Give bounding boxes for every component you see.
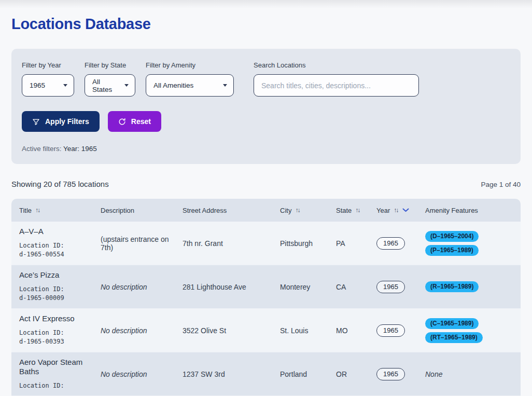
- location-city: Portland: [280, 370, 336, 378]
- amenity-select[interactable]: All Amenities: [146, 74, 234, 97]
- showing-count: Showing 20 of 785 locations: [11, 180, 109, 188]
- state-select[interactable]: All States: [85, 74, 135, 97]
- filter-group-state: Filter by State All States: [85, 61, 135, 97]
- year-badge: 1965: [376, 237, 405, 250]
- sort-icon[interactable]: ↑↓: [394, 207, 399, 214]
- column-header-state[interactable]: State ↑↓: [336, 207, 376, 214]
- location-state: PA: [336, 239, 376, 248]
- chevron-down-icon[interactable]: [402, 208, 409, 212]
- amenity-select-value: All Amenities: [153, 81, 193, 89]
- table-header-row: Title ↑↓ Description Street Address City…: [11, 199, 521, 222]
- location-title: Ace’s Pizza: [19, 270, 92, 280]
- amenity-badges: (R–1965–1989): [425, 281, 521, 292]
- filter-panel: Filter by Year 1965 Filter by State All …: [11, 49, 521, 164]
- location-description: No description: [101, 283, 183, 291]
- filter-state-label: Filter by State: [85, 61, 135, 69]
- location-title: Aero Vapor Steam Baths: [19, 358, 92, 377]
- apply-filters-button[interactable]: Apply Filters: [22, 111, 100, 132]
- location-id: Location ID: d-1965-00009: [19, 285, 92, 303]
- reset-button[interactable]: Reset: [108, 111, 161, 132]
- reset-label: Reset: [131, 117, 151, 126]
- caret-down-icon: [223, 84, 227, 87]
- column-header-amenities: Amenity Features: [425, 207, 521, 214]
- amenity-badges: (D–1965–2004) (P–1965–1989): [425, 231, 521, 256]
- location-title: A–V–A: [19, 227, 92, 237]
- sort-icon[interactable]: ↑↓: [35, 207, 40, 214]
- search-label: Search Locations: [254, 61, 419, 69]
- page-title: Locations Database: [11, 16, 521, 33]
- column-header-city[interactable]: City ↑↓: [280, 207, 336, 214]
- location-description: No description: [101, 370, 183, 378]
- filter-group-search: Search Locations: [254, 61, 419, 97]
- year-select-value: 1965: [30, 81, 45, 89]
- column-header-year[interactable]: Year ↑↓: [376, 207, 425, 214]
- amenity-badge: (P–1965–1989): [425, 245, 479, 256]
- active-filters-prefix: Active filters:: [22, 145, 62, 153]
- location-description: No description: [101, 326, 183, 335]
- year-select[interactable]: 1965: [22, 74, 74, 97]
- year-badge: 1965: [376, 324, 405, 337]
- location-id: Location ID: d-1965-00554: [19, 241, 92, 260]
- location-id: Location ID: d-1965-00393: [19, 329, 92, 347]
- location-street: 3522 Olive St: [183, 326, 280, 335]
- amenity-badge: (C–1965–1989): [425, 318, 479, 329]
- locations-table: Title ↑↓ Description Street Address City…: [11, 199, 521, 396]
- location-street: 7th nr. Grant: [183, 239, 280, 248]
- location-description: (upstairs entrance on 7th): [101, 235, 183, 252]
- column-header-title[interactable]: Title ↑↓: [19, 207, 101, 214]
- table-row[interactable]: Act IV Expresso Location ID: d-1965-0039…: [11, 309, 521, 352]
- column-header-description: Description: [101, 207, 183, 214]
- location-city: Monterey: [280, 283, 336, 291]
- active-filters: Active filters: Year: 1965: [22, 145, 510, 153]
- top-gradient-strip: [0, 0, 532, 8]
- location-street: 281 Lighthouse Ave: [183, 283, 280, 291]
- refresh-icon: [118, 118, 126, 126]
- year-badge: 1965: [376, 281, 405, 293]
- location-state: OR: [336, 370, 376, 378]
- location-city: Pittsburgh: [280, 239, 336, 248]
- active-filters-value: Year: 1965: [63, 145, 97, 153]
- caret-down-icon: [124, 84, 129, 87]
- location-city: St. Louis: [280, 326, 336, 335]
- amenity-badge: (D–1965–2004): [425, 231, 479, 242]
- filter-group-amenity: Filter by Amenity All Amenities: [146, 61, 234, 97]
- column-header-street: Street Address: [183, 207, 280, 214]
- amenity-none-label: None: [425, 370, 442, 378]
- filter-group-year: Filter by Year 1965: [22, 61, 74, 97]
- sort-icon[interactable]: ↑↓: [295, 207, 300, 214]
- results-summary-row: Showing 20 of 785 locations Page 1 of 40: [11, 180, 521, 188]
- state-select-value: All States: [92, 78, 117, 93]
- table-row[interactable]: Aero Vapor Steam Baths Location ID: No d…: [11, 352, 521, 396]
- location-street: 1237 SW 3rd: [183, 370, 280, 378]
- amenity-badge: (R–1965–1989): [425, 281, 479, 292]
- filter-year-label: Filter by Year: [22, 61, 74, 69]
- location-state: MO: [336, 326, 376, 335]
- page-indicator: Page 1 of 40: [481, 181, 521, 188]
- search-input[interactable]: [254, 74, 419, 97]
- amenity-badge: (RT–1965–1989): [425, 332, 483, 343]
- table-row[interactable]: Ace’s Pizza Location ID: d-1965-00009 No…: [11, 265, 521, 309]
- location-id: Location ID:: [19, 381, 92, 390]
- filter-amenity-label: Filter by Amenity: [146, 61, 234, 69]
- filter-funnel-icon: [32, 118, 40, 126]
- year-badge: 1965: [376, 368, 405, 380]
- location-state: CA: [336, 283, 376, 291]
- amenity-badges: None: [425, 370, 521, 378]
- amenity-badges: (C–1965–1989) (RT–1965–1989): [425, 318, 521, 343]
- table-row[interactable]: A–V–A Location ID: d-1965-00554 (upstair…: [11, 222, 521, 265]
- caret-down-icon: [63, 84, 67, 87]
- location-title: Act IV Expresso: [19, 314, 92, 324]
- apply-filters-label: Apply Filters: [45, 117, 89, 126]
- sort-icon[interactable]: ↑↓: [355, 207, 360, 214]
